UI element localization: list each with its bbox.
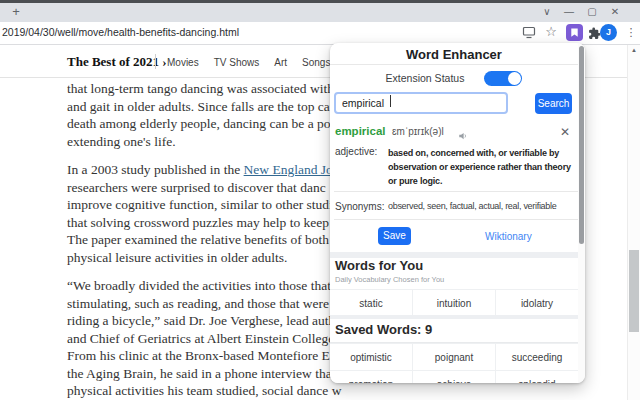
saved-words-header: Saved Words: 9 <box>330 319 579 343</box>
window-top-edge <box>0 0 640 3</box>
scroll-up-arrow-icon[interactable]: ▲ <box>628 47 640 53</box>
extension-status-row: Extension Status <box>330 69 578 87</box>
wiktionary-link[interactable]: Wiktionary <box>485 231 532 242</box>
header-divider <box>155 54 156 69</box>
popup-scrollbar[interactable] <box>578 43 585 383</box>
words-for-you-subtitle: Daily Vocabulary Chosen for You <box>335 275 444 284</box>
word-enhancer-popup: Word Enhancer Extension Status Search em… <box>330 43 585 383</box>
popup-title: Word Enhancer <box>330 47 578 62</box>
new-tab-button[interactable]: + <box>8 4 24 20</box>
maximize-button[interactable]: ▢ <box>583 4 601 20</box>
site-section-title[interactable]: The Best of 2021 › <box>67 54 167 70</box>
bookmark-star-icon[interactable]: ☆ <box>543 24 559 40</box>
result-word: empirical <box>335 125 386 137</box>
word-search-input[interactable] <box>334 92 508 114</box>
nav-item-art[interactable]: Art <box>274 57 287 68</box>
nejm-article-link[interactable]: New England Jou <box>244 162 340 177</box>
saved-words-grid-row: optimistic poignant succeeding <box>330 343 579 371</box>
synonyms-label: Synonyms: <box>335 201 384 212</box>
saved-word[interactable]: optimistic <box>330 343 413 371</box>
suggested-word[interactable]: static <box>330 289 413 317</box>
address-toolbar: 2019/04/30/well/move/health-benefits-dan… <box>0 22 640 45</box>
words-for-you-grid: static intuition idolatry <box>330 289 579 317</box>
popup-divider <box>330 64 585 65</box>
popup-divider <box>334 191 578 192</box>
word-enhancer-extension-icon[interactable] <box>566 24 583 41</box>
toggle-knob <box>508 72 521 85</box>
saved-word[interactable]: promotion <box>330 370 413 383</box>
page-scrollbar-thumb[interactable] <box>629 250 639 332</box>
url-text[interactable]: 2019/04/30/well/move/health-benefits-dan… <box>2 26 239 38</box>
profile-avatar[interactable]: J <box>600 24 617 41</box>
minimize-button[interactable]: — <box>560 4 578 20</box>
nav-item-tv-shows[interactable]: TV Shows <box>214 57 260 68</box>
nav-item-movies[interactable]: Movies <box>167 57 199 68</box>
extension-status-label: Extension Status <box>386 72 465 84</box>
extension-status-toggle[interactable] <box>484 71 522 86</box>
close-window-button[interactable]: ✕ <box>606 4 624 20</box>
text-cursor <box>390 95 391 107</box>
suggested-word[interactable]: intuition <box>413 289 496 317</box>
saved-word[interactable]: achieve <box>413 370 496 383</box>
speaker-icon[interactable] <box>458 127 468 145</box>
popup-scrollbar-thumb[interactable] <box>579 46 584 244</box>
saved-word[interactable]: poignant <box>413 343 496 371</box>
definition-text: based on, concerned with, or verifiable … <box>388 146 580 188</box>
close-result-icon[interactable]: ✕ <box>560 125 570 139</box>
result-pronunciation: ɛmˈpɪrɪk(ə)l <box>392 126 444 137</box>
paragraph-text: researchers were surprised to discover t… <box>67 180 339 265</box>
paragraph-text: In a 2003 study published in the <box>67 162 244 177</box>
words-for-you-title: Words for You <box>335 258 423 273</box>
nav-item-songs[interactable]: Songs <box>302 57 330 68</box>
browser-menu-icon[interactable]: ⋮ <box>624 25 638 41</box>
saved-words-title: Saved Words: 9 <box>335 322 584 337</box>
suggested-word[interactable]: idolatry <box>496 289 579 317</box>
saved-words-grid-row: promotion achieve splendid <box>330 370 579 383</box>
search-button[interactable]: Search <box>535 93 572 114</box>
part-of-speech-label: adjective: <box>335 146 377 157</box>
saved-word[interactable]: succeeding <box>496 343 579 371</box>
share-icon[interactable] <box>521 25 537 41</box>
save-word-button[interactable]: Save <box>378 227 411 245</box>
page-scrollbar[interactable]: ▲ <box>627 45 640 400</box>
tab-search-chevron-icon[interactable]: ∨ <box>538 4 556 20</box>
popup-divider <box>334 219 578 220</box>
saved-word[interactable]: splendid <box>496 370 579 383</box>
synonyms-text: observed, seen, factual, actual, real, v… <box>388 201 556 211</box>
tab-strip: + ∨ — ▢ ✕ <box>0 0 640 22</box>
